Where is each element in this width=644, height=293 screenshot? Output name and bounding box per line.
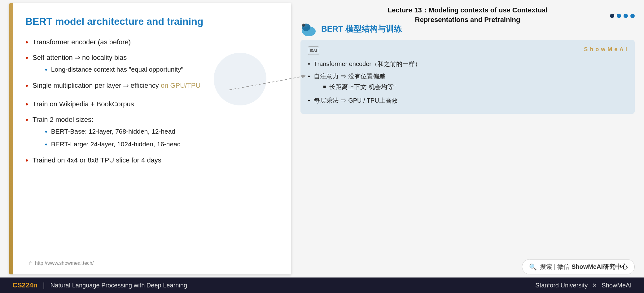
cs224n-label: CS224n <box>12 281 37 289</box>
showmeai-text: ShowMeAI <box>602 282 632 289</box>
sub-bullet-icon: • <box>45 126 47 137</box>
bottom-divider: | <box>41 281 47 289</box>
bottom-right: Stanford University ✕ ShowMeAI <box>535 282 632 289</box>
bullet-dot-icon: • <box>25 113 28 127</box>
bullet-dot-icon: • <box>25 154 28 167</box>
bert-section-header: BERT 模型结构与训练 <box>300 20 635 38</box>
list-item: • BERT-Base: 12-layer, 768-hidden, 12-he… <box>45 126 181 137</box>
trans-sub-bullet-icon: ■ <box>323 82 326 91</box>
bullet-dot-icon: • <box>25 98 28 111</box>
bottom-left: CS224n | Natural Language Processing wit… <box>12 281 187 289</box>
search-text: 搜索 | 微信 ShowMeAI研究中心 <box>540 263 628 271</box>
sub-bullet-icon: • <box>45 64 47 75</box>
list-item: • Trained on 4x4 or 8x8 TPU slice for 4 … <box>25 155 276 167</box>
trans-text: Transformer encoder（和之前的一样） <box>314 60 421 67</box>
bert-icon <box>300 20 318 38</box>
cursor-icon: ↱ <box>28 260 33 267</box>
trans-bullet-icon: • <box>308 95 310 106</box>
bullet-text: Single multiplication per layer ⇒ effici… <box>33 82 200 89</box>
list-item: • Long-distance context has "equal oppor… <box>45 64 183 75</box>
translation-box: ⊡AI S h o w M e A I • Transformer encode… <box>300 40 635 114</box>
sub-bullet-text: Long-distance context has "equal opportu… <box>51 64 183 75</box>
trans-list-item: • 自注意力 ⇒ 没有位置偏差 ■ 长距离上下文"机会均等" <box>308 71 627 93</box>
trans-bullet-icon: • <box>308 71 310 82</box>
search-box[interactable]: 🔍 搜索 | 微信 ShowMeAI研究中心 <box>522 259 635 274</box>
circle-decoration <box>214 53 266 105</box>
search-icon: 🔍 <box>529 263 537 271</box>
nav-dot-1[interactable] <box>610 14 614 18</box>
bullet-dot-icon: • <box>25 79 28 92</box>
ai-badge: ⊡AI <box>308 46 319 55</box>
dots-navigation <box>300 14 635 18</box>
slide-accent-bar <box>9 3 13 274</box>
nav-dot-3[interactable] <box>624 14 628 18</box>
trans-list-item: ■ 长距离上下文"机会均等" <box>323 82 396 92</box>
bert-section-title: BERT 模型结构与训练 <box>321 24 402 34</box>
trans-sub-text: 长距离上下文"机会均等" <box>329 82 396 92</box>
right-content-area: Lecture 13：Modeling contexts of use Cont… <box>297 0 644 277</box>
ai-badge-text: ⊡AI <box>310 48 317 53</box>
url-text: http://www.showmeai.tech/ <box>35 260 94 266</box>
trans-bullet-icon: • <box>308 59 310 69</box>
list-item: • Transformer encoder (as before) <box>25 37 276 49</box>
trans-text: 每层乘法 ⇒ GPU / TPU上高效 <box>314 97 398 104</box>
x-separator: ✕ <box>592 282 597 289</box>
bullet-text: Train on Wikipedia + BookCorpus <box>33 100 134 108</box>
bullet-dot-icon: • <box>25 51 28 64</box>
svg-point-2 <box>302 24 305 27</box>
sub-bullet-text: BERT-Base: 12-layer, 768-hidden, 12-head <box>51 126 175 137</box>
trans-list-item: • Transformer encoder（和之前的一样） <box>308 59 627 69</box>
stanford-university-text: Stanford University <box>535 282 588 289</box>
slide-url: ↱ http://www.showmeai.tech/ <box>28 260 94 267</box>
sub-bullet-text: BERT-Large: 24-layer, 1024-hidden, 16-he… <box>51 139 181 149</box>
slide-panel: BERT model architecture and training • T… <box>9 3 291 274</box>
bullet-text: Self-attention ⇒ no locality bias <box>33 54 127 61</box>
trans-text: 自注意力 ⇒ 没有位置偏差 <box>314 73 385 80</box>
sub-bullet-icon: • <box>45 139 47 150</box>
bottom-bar: CS224n | Natural Language Processing wit… <box>0 277 644 293</box>
bullet-text: Transformer encoder (as before) <box>33 38 131 46</box>
bullet-text: Trained on 4x4 or 8x8 TPU slice for 4 da… <box>33 156 161 164</box>
nav-dot-4[interactable] <box>630 14 635 18</box>
search-row: 🔍 搜索 | 微信 ShowMeAI研究中心 <box>300 247 635 274</box>
bullet-text: Train 2 model sizes: <box>33 116 93 123</box>
bottom-subtitle: Natural Language Processing with Deep Le… <box>50 282 187 289</box>
nav-dot-2[interactable] <box>617 14 621 18</box>
list-item: • BERT-Large: 24-layer, 1024-hidden, 16-… <box>45 139 181 150</box>
showmeai-watermark: S h o w M e A I <box>584 46 627 53</box>
slide-title: BERT model architecture and training <box>25 16 276 27</box>
list-item: • Train 2 model sizes: • BERT-Base: 12-l… <box>25 114 276 152</box>
slide-content: BERT model architecture and training • T… <box>13 3 291 274</box>
bullet-dot-icon: • <box>25 36 28 49</box>
trans-list-item: • 每层乘法 ⇒ GPU / TPU上高效 <box>308 95 627 106</box>
translation-list: • Transformer encoder（和之前的一样） • 自注意力 ⇒ 没… <box>308 59 627 106</box>
